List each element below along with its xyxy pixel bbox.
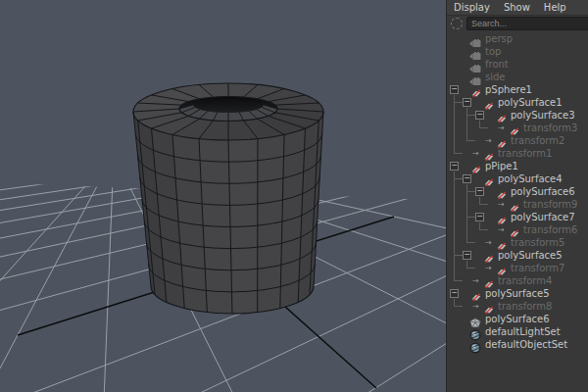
outliner-row-transform1[interactable]: →transform1 bbox=[447, 147, 588, 160]
tree-connector bbox=[466, 217, 475, 218]
node-label: transform4 bbox=[498, 275, 552, 286]
outliner-row-polySurface5[interactable]: −polySurface5 bbox=[447, 287, 588, 300]
node-label: side bbox=[485, 72, 506, 82]
tree-connector bbox=[454, 178, 463, 179]
tree-connector bbox=[479, 229, 488, 230]
expander-toggle[interactable]: − bbox=[463, 174, 471, 183]
expander-toggle[interactable]: − bbox=[475, 213, 484, 221]
tree-connector bbox=[466, 268, 475, 269]
node-label: front bbox=[485, 59, 509, 70]
outliner-menubar: Display Show Help bbox=[447, 0, 588, 16]
tree-connector bbox=[479, 204, 488, 205]
node-label: transform3 bbox=[523, 122, 577, 133]
node-label: defaultObjectSet bbox=[485, 339, 567, 350]
outliner-row-polySurface5[interactable]: −polySurface5 bbox=[447, 249, 588, 262]
tree-connector bbox=[454, 95, 455, 153]
selection-filter-icon[interactable] bbox=[451, 18, 463, 29]
tree-connector bbox=[454, 172, 455, 280]
instance-arrow-icon: → bbox=[472, 276, 479, 285]
expander-toggle[interactable]: − bbox=[475, 187, 484, 196]
expander-toggle[interactable]: − bbox=[475, 111, 484, 120]
tree-connector bbox=[454, 255, 463, 256]
node-label: pPipe1 bbox=[485, 161, 518, 172]
tree-connector bbox=[466, 184, 467, 242]
instance-arrow-icon: → bbox=[472, 302, 479, 311]
node-label: transform7 bbox=[511, 263, 564, 273]
outliner-row-defaultLightSet[interactable]: defaultLightSet bbox=[447, 325, 588, 338]
node-label: polySurface7 bbox=[511, 212, 575, 222]
tree-connector bbox=[479, 121, 480, 127]
viewport-canvas[interactable] bbox=[0, 0, 446, 392]
outliner-search-row bbox=[447, 16, 588, 30]
expander-toggle[interactable]: − bbox=[450, 289, 459, 298]
tree-connector bbox=[479, 197, 480, 204]
instance-arrow-icon: → bbox=[485, 264, 492, 272]
outliner-row-transform9[interactable]: →transform9 bbox=[447, 198, 588, 211]
outliner-row-pSphere1[interactable]: −pSphere1 bbox=[447, 83, 588, 96]
tree-connector bbox=[454, 299, 455, 306]
outliner-panel: Display Show Help persptopfrontside−pSph… bbox=[446, 0, 588, 392]
node-label: defaultLightSet bbox=[485, 326, 561, 337]
outliner-row-transform6[interactable]: →transform6 bbox=[447, 223, 588, 236]
tree-connector bbox=[466, 140, 475, 141]
node-label: polySurface4 bbox=[498, 173, 563, 184]
instance-arrow-icon: → bbox=[485, 136, 492, 145]
outliner-row-pPipe1[interactable]: −pPipe1 bbox=[447, 160, 588, 172]
outliner-row-front[interactable]: front bbox=[447, 58, 588, 71]
node-label: polySurface3 bbox=[511, 110, 575, 121]
expander-toggle[interactable]: − bbox=[450, 162, 459, 171]
outliner-row-transform4[interactable]: →transform4 bbox=[447, 274, 588, 287]
tree-connector bbox=[454, 280, 463, 281]
tree-connector bbox=[466, 242, 475, 243]
instance-arrow-icon: → bbox=[472, 149, 479, 158]
outliner-row-polySurface1[interactable]: −polySurface1 bbox=[447, 96, 588, 109]
node-label: transform2 bbox=[511, 135, 564, 146]
node-label: transform6 bbox=[523, 224, 577, 235]
search-input[interactable] bbox=[466, 17, 588, 30]
outliner-row-polySurface4[interactable]: −polySurface4 bbox=[447, 172, 588, 185]
outliner-row-polySurface6[interactable]: polySurface6 bbox=[447, 313, 588, 325]
node-label: polySurface5 bbox=[498, 250, 563, 261]
instance-arrow-icon: → bbox=[498, 123, 505, 132]
expander-toggle[interactable]: − bbox=[450, 85, 459, 94]
node-label: top bbox=[485, 46, 501, 57]
expander-toggle[interactable]: − bbox=[463, 98, 471, 107]
node-label: transform5 bbox=[511, 237, 564, 248]
outliner-row-persp[interactable]: persp bbox=[447, 32, 588, 45]
expander-toggle[interactable]: − bbox=[463, 251, 471, 260]
outliner-row-defaultObjectSet[interactable]: defaultObjectSet bbox=[447, 338, 588, 351]
tree-connector bbox=[479, 222, 480, 229]
tree-connector bbox=[479, 127, 488, 128]
tree-connector bbox=[454, 153, 463, 154]
menu-help[interactable]: Help bbox=[537, 0, 573, 15]
node-label: transform9 bbox=[523, 199, 577, 210]
object-set-icon bbox=[469, 342, 481, 354]
node-label: transform1 bbox=[498, 148, 552, 159]
outliner-row-top[interactable]: top bbox=[447, 45, 588, 58]
node-label: pSphere1 bbox=[485, 84, 532, 95]
outliner-row-side[interactable]: side bbox=[447, 71, 588, 83]
node-label: polySurface6 bbox=[485, 314, 550, 324]
instance-arrow-icon: → bbox=[485, 238, 492, 247]
outliner-tree: persptopfrontside−pSphere1−polySurface1−… bbox=[447, 32, 588, 392]
tree-connector bbox=[466, 191, 475, 192]
tree-connector bbox=[466, 108, 467, 140]
node-label: polySurface1 bbox=[498, 97, 563, 108]
tree-connector bbox=[466, 261, 467, 268]
outliner-row-transform3[interactable]: →transform3 bbox=[447, 122, 588, 134]
menu-show[interactable]: Show bbox=[497, 0, 537, 15]
node-label: persp bbox=[485, 33, 513, 44]
node-label: polySurface5 bbox=[485, 288, 550, 299]
instance-arrow-icon: → bbox=[498, 225, 505, 234]
outliner-row-transform8[interactable]: →transform8 bbox=[447, 300, 588, 313]
menu-display[interactable]: Display bbox=[447, 0, 497, 15]
tree-connector bbox=[454, 102, 463, 103]
tree-connector bbox=[454, 306, 463, 307]
maya-window: Display Show Help persptopfrontside−pSph… bbox=[0, 0, 588, 392]
node-label: polySurface6 bbox=[511, 186, 575, 197]
tree-connector bbox=[466, 115, 475, 116]
instance-arrow-icon: → bbox=[498, 200, 505, 209]
node-label: transform8 bbox=[498, 301, 552, 312]
viewport-3d[interactable] bbox=[0, 0, 446, 392]
